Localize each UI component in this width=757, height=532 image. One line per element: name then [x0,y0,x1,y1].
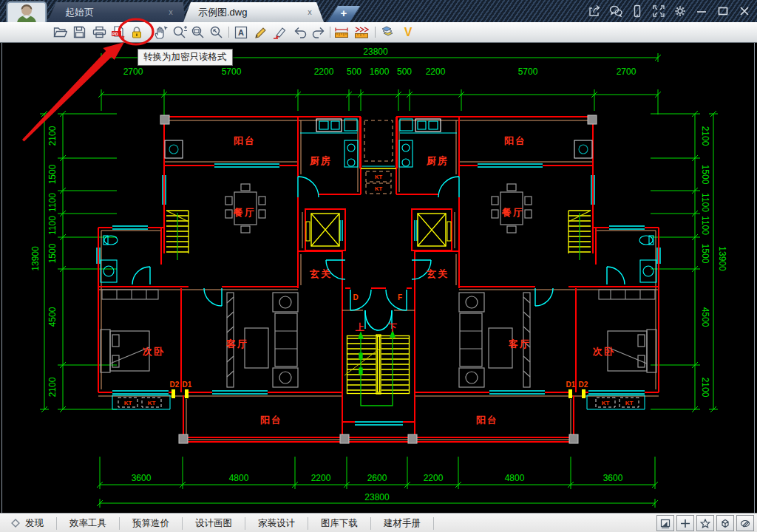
text-tool-button[interactable]: A [232,24,250,41]
svg-text:KT: KT [375,174,382,180]
maximize-button[interactable] [715,3,731,19]
favorite-button[interactable] [696,515,714,531]
svg-text:上: 上 [355,322,364,332]
print-button[interactable] [90,24,108,41]
tab-start-page[interactable]: 起始页 x [47,2,185,22]
measure-button[interactable] [333,24,350,41]
canvas-left-edge [1,42,2,513]
room-label-balcony-br: 阳台 [476,415,498,426]
pencil-button[interactable] [251,24,269,41]
open-button[interactable] [51,24,69,41]
zoom-extents-button[interactable] [208,24,225,41]
svg-text:V: V [404,26,413,38]
svg-text:D1: D1 [183,381,192,389]
marker-button[interactable] [271,24,288,41]
close-button[interactable] [736,3,753,19]
right-apartment [378,115,660,443]
statusbar-item-home-design[interactable]: 家装设计 [245,517,308,530]
crosshair-button[interactable] [676,515,694,531]
svg-text:13900: 13900 [30,246,41,271]
layers-button[interactable] [378,24,396,41]
user-avatar-image [8,3,45,23]
pan-button[interactable] [152,24,169,41]
tab-example-dwg[interactable]: 示例图.dwg x [183,2,324,22]
statusbar-item-budget[interactable]: 预算造价 [120,517,183,530]
statusbar-item-design[interactable]: 设计画图 [183,517,245,530]
preview-button[interactable] [656,515,674,531]
preview-icon [660,519,671,528]
phone-button[interactable] [629,3,645,19]
statusbar-item-materials[interactable]: 建材手册 [371,517,434,530]
star-icon [700,519,710,528]
measure-icon [334,26,349,39]
room-label-entry-l: 玄关 [309,268,332,279]
room-label-living-l: 客厅 [225,338,248,349]
minimize-button[interactable] [693,3,710,19]
tab-label: 示例图.dwg [198,2,306,22]
fullscreen-button[interactable] [651,3,667,19]
floor-plan: 23800 2700 5700 2200 500 1600 500 2200 5… [0,0,757,532]
svg-text:3600: 3600 [132,473,152,483]
wechat-button[interactable] [608,3,624,19]
statusbar-item-discover[interactable]: 发现 [0,517,57,530]
avatar[interactable] [7,1,47,24]
tab-close-icon[interactable]: x [305,7,315,17]
share-button[interactable] [586,3,602,19]
redo-button[interactable] [309,24,327,41]
svg-text:2200: 2200 [314,66,334,77]
svg-text:2100: 2100 [47,377,58,397]
svg-text:500: 500 [397,66,412,77]
export-pdf-button[interactable]: PDF [109,24,126,41]
svg-text:2200: 2200 [426,66,446,77]
title-bar: 起始页 x 示例图.dwg x + [0,0,757,23]
svg-text:2600: 2600 [367,473,387,483]
room-label-entry-r: 玄关 [426,268,449,279]
new-tab-button[interactable]: + [327,6,360,22]
main-stairs [344,335,410,394]
svg-text:2200: 2200 [424,473,444,483]
undo-button[interactable] [291,24,309,41]
tab-close-icon[interactable]: x [166,7,176,17]
redo-icon [310,26,326,38]
statusbar-item-gallery[interactable]: 图库下载 [308,517,371,530]
canvas-right-edge [754,42,755,513]
stair-labels: 上 下 [355,322,397,332]
open-icon [53,26,67,38]
svg-text:D2: D2 [579,381,588,389]
room-label-dining-l: 餐厅 [233,207,256,218]
svg-text:PDF: PDF [112,31,121,35]
statusbar-item-efficiency[interactable]: 效率工具 [57,517,120,530]
zoom-inout-icon [172,25,188,39]
svg-text:1500: 1500 [47,164,58,184]
zoom-inout-button[interactable] [171,24,189,41]
view-3d-button[interactable] [716,515,734,531]
zoom-window-button[interactable] [189,24,207,41]
svg-text:4800: 4800 [229,473,249,483]
print-icon [92,26,106,38]
layers-icon [379,25,396,39]
tooltip: 转换为加密只读格式 [138,49,233,66]
svg-text:5700: 5700 [222,66,242,77]
svg-text:D: D [353,293,358,301]
save-button[interactable] [70,24,88,41]
center-core: KT KT [342,117,415,425]
share-icon [587,4,602,18]
room-label-bedroom-l: 次卧 [142,346,165,357]
svg-text:23800: 23800 [364,492,390,502]
crosshair-icon [680,519,690,528]
lock-readonly-button[interactable] [128,24,146,41]
draw-button[interactable] [736,515,754,531]
measure-continuous-button[interactable] [353,24,370,41]
pan-hand-icon [152,25,169,40]
svg-text:500: 500 [347,66,361,77]
pencil-icon [254,26,268,39]
svg-text:A: A [238,28,244,37]
cube-icon [720,519,730,528]
settings-button[interactable] [672,3,688,19]
v-logo-button[interactable]: V [399,24,417,41]
svg-text:1100: 1100 [700,216,710,235]
phone-icon [630,4,645,18]
text-tool-icon: A [234,26,248,39]
diamond-icon [10,518,21,528]
svg-text:下: 下 [387,322,397,332]
